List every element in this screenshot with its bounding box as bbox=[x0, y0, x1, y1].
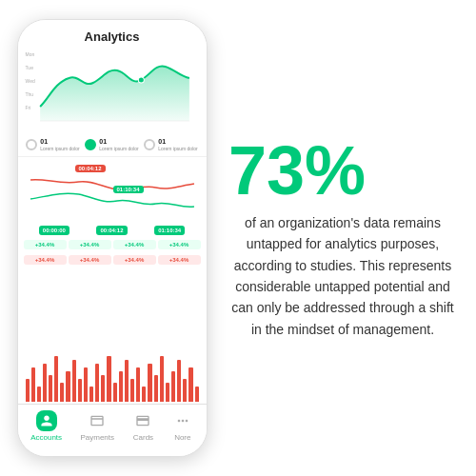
line-chart-svg bbox=[26, 161, 199, 218]
badges-row-2: +34.4% +34.4% +34.4% +34.4% bbox=[18, 252, 207, 268]
bar-item bbox=[60, 383, 64, 402]
bar-item bbox=[148, 364, 151, 402]
time-badge-2: 01:10:34 bbox=[113, 186, 144, 193]
bar-chart bbox=[18, 268, 207, 404]
bar-item bbox=[26, 379, 30, 402]
metric-circle-1 bbox=[26, 139, 37, 150]
metric-circle-3 bbox=[144, 139, 155, 150]
bar-item bbox=[195, 387, 199, 402]
nav-more[interactable]: Nore bbox=[172, 410, 193, 448]
accounts-label: Accounts bbox=[30, 433, 62, 442]
bar-item bbox=[171, 371, 175, 402]
bar-item bbox=[31, 367, 35, 402]
bar-item bbox=[37, 387, 41, 402]
bar-item bbox=[142, 387, 146, 402]
more-label: Nore bbox=[174, 433, 190, 442]
phone-title: Analytics bbox=[18, 20, 207, 48]
description-text: of an organization's data remains untapp… bbox=[228, 212, 457, 340]
bar-item bbox=[89, 387, 93, 402]
badge-2-3: +34.4% bbox=[113, 255, 156, 265]
metric-1: 01 Lorem ipsum dolor bbox=[26, 137, 79, 152]
metric-circle-2 bbox=[85, 139, 96, 150]
time-label-3: 01:10:34 bbox=[154, 226, 185, 235]
time-badge-1: 00:04:12 bbox=[75, 165, 106, 172]
bar-item bbox=[107, 356, 110, 402]
area-chart: Mon Tue Wed Thu Fri bbox=[18, 48, 207, 133]
bar-item bbox=[125, 360, 129, 402]
big-percent: 73% bbox=[228, 136, 457, 205]
bottom-nav: Accounts Payments Cards bbox=[18, 404, 207, 456]
bar-item bbox=[43, 364, 47, 402]
bar-item bbox=[160, 356, 164, 402]
badge-1-1: +34.4% bbox=[24, 240, 67, 249]
accounts-icon bbox=[36, 410, 57, 431]
badge-2-2: +34.4% bbox=[69, 255, 111, 265]
bar-item bbox=[154, 375, 158, 402]
bar-item bbox=[183, 379, 187, 402]
bar-item bbox=[188, 367, 192, 402]
time-label-2: 00:04:12 bbox=[96, 226, 127, 235]
badge-1-2: +34.4% bbox=[69, 240, 111, 249]
bar-item bbox=[54, 356, 58, 402]
bar-item bbox=[49, 375, 52, 402]
text-panel: 73% of an organization's data remains un… bbox=[219, 0, 476, 476]
nav-cards[interactable]: Cards bbox=[132, 410, 153, 448]
bar-item bbox=[95, 364, 99, 402]
metric-3: 01 Lorem ipsum dolor bbox=[144, 137, 197, 152]
bar-item bbox=[177, 360, 181, 402]
time-labels-row: 00:00:00 00:04:12 01:10:34 bbox=[18, 224, 207, 237]
time-label-1: 00:00:00 bbox=[39, 226, 69, 235]
badge-2-4: +34.4% bbox=[158, 255, 201, 265]
bar-item bbox=[84, 367, 88, 402]
metric-2: 01 Lorem ipsum dolor bbox=[85, 137, 138, 152]
svg-point-0 bbox=[138, 77, 144, 83]
bar-item bbox=[119, 371, 123, 402]
bar-item bbox=[136, 367, 140, 402]
bar-item bbox=[66, 371, 69, 402]
payments-label: Payments bbox=[80, 433, 114, 442]
badge-1-3: +34.4% bbox=[113, 240, 156, 249]
line-chart: 00:04:12 01:10:34 bbox=[18, 157, 207, 224]
bar-item bbox=[78, 379, 82, 402]
cards-label: Cards bbox=[133, 433, 153, 442]
phone-mockup: Analytics Mon Tue Wed Thu Fri bbox=[17, 19, 208, 457]
badges-row-1: +34.4% +34.4% +34.4% +34.4% bbox=[18, 237, 207, 252]
phone-panel: Analytics Mon Tue Wed Thu Fri bbox=[0, 0, 219, 476]
nav-payments[interactable]: Payments bbox=[80, 410, 114, 448]
bar-item bbox=[113, 383, 117, 402]
bar-item bbox=[72, 360, 76, 402]
badge-2-1: +34.4% bbox=[24, 255, 67, 265]
payments-icon bbox=[87, 410, 108, 431]
bar-item bbox=[166, 383, 169, 402]
nav-accounts[interactable]: Accounts bbox=[30, 410, 62, 448]
cards-icon bbox=[132, 410, 153, 431]
bar-item bbox=[101, 375, 105, 402]
area-chart-svg bbox=[26, 50, 199, 126]
badge-1-4: +34.4% bbox=[158, 240, 201, 249]
bar-item bbox=[130, 379, 134, 402]
more-icon bbox=[172, 410, 193, 431]
metrics-row: 01 Lorem ipsum dolor 01 Lorem ipsum dolo… bbox=[18, 133, 207, 157]
chart-labels: Mon Tue Wed Thu Fri bbox=[26, 51, 35, 110]
